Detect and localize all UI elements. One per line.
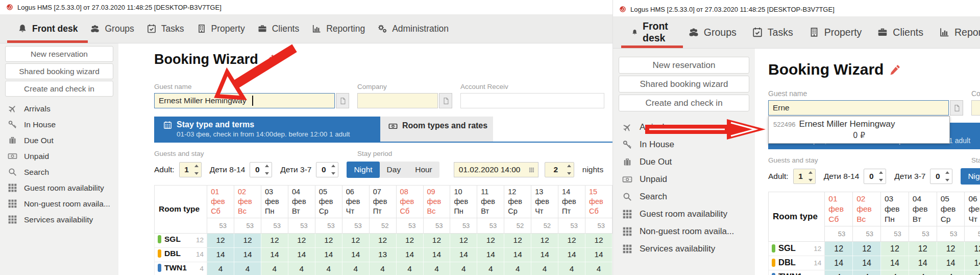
availability-cell[interactable]: 14 (423, 247, 450, 262)
period-option-night[interactable]: Night (961, 168, 980, 185)
availability-cell[interactable]: 12 (909, 242, 937, 256)
room-type-cell[interactable]: TWN14 (155, 262, 207, 275)
availability-cell[interactable]: 4 (369, 262, 396, 275)
availability-cell[interactable]: 14 (853, 256, 881, 270)
nav-item-front-desk[interactable]: Front desk (631, 16, 673, 48)
availability-cell[interactable]: 12 (531, 233, 558, 247)
nav-item-property[interactable]: Property (197, 14, 245, 43)
availability-cell[interactable]: 4 (585, 262, 612, 275)
availability-cell[interactable]: 14 (396, 247, 423, 262)
availability-cell[interactable]: 12 (881, 242, 909, 256)
adult-count-stepper[interactable]: 1 (793, 169, 816, 184)
nav-item-administration[interactable]: Administration (377, 14, 449, 43)
sidebar-item-services-availability[interactable]: Services availability (613, 240, 755, 258)
account-receivable-input[interactable] (460, 93, 604, 108)
nav-item-clients[interactable]: Clients (257, 14, 300, 43)
period-option-day[interactable]: Day (380, 162, 408, 178)
room-type-cell[interactable]: SGL12 (769, 242, 825, 256)
availability-cell[interactable]: 14 (234, 247, 261, 262)
nav-item-property[interactable]: Property (808, 16, 862, 48)
availability-cell[interactable]: 13 (369, 247, 396, 262)
children-8-14-stepper[interactable]: 0 (864, 169, 886, 184)
availability-cell[interactable]: 4 (558, 262, 585, 275)
availability-cell[interactable]: 12 (288, 233, 315, 247)
availability-cell[interactable]: 12 (261, 233, 288, 247)
sidebar-item-unpaid[interactable]: Unpaid (0, 148, 118, 164)
availability-cell[interactable]: 4 (342, 262, 369, 275)
guest-name-input[interactable] (154, 93, 335, 108)
stepper-arrows-icon[interactable] (194, 165, 199, 175)
nav-item-front-desk[interactable]: Front desk (17, 14, 78, 43)
stepper-arrows-icon[interactable] (567, 165, 572, 175)
suggestion-item[interactable]: 522496 Ernest Miller Hemingway (773, 119, 945, 129)
room-type-cell[interactable]: SGL12 (155, 233, 207, 247)
nights-count-stepper[interactable]: 2 (545, 162, 574, 177)
sidebar-item-services-availability[interactable]: Services availability (0, 212, 118, 227)
guest-profile-button[interactable] (336, 93, 349, 108)
availability-cell[interactable]: 14 (937, 256, 965, 270)
period-option-night[interactable]: Night (347, 162, 379, 178)
nav-item-reporting[interactable]: Reporting (939, 16, 980, 48)
room-type-cell[interactable]: DBL14 (155, 247, 207, 262)
availability-cell[interactable]: 4 (825, 270, 853, 275)
availability-cell[interactable]: 14 (881, 256, 909, 270)
availability-cell[interactable]: 12 (558, 233, 585, 247)
availability-cell[interactable]: 4 (853, 270, 881, 275)
availability-cell[interactable]: 12 (423, 233, 450, 247)
nav-item-clients[interactable]: Clients (877, 16, 923, 48)
availability-cell[interactable]: 12 (369, 233, 396, 247)
availability-cell[interactable]: 12 (234, 233, 261, 247)
stepper-arrows-icon[interactable] (808, 171, 813, 181)
sidebar-item-non-guest-room-availa[interactable]: Non-guest room availa... (0, 196, 118, 212)
date-picker-grid-icon[interactable] (529, 167, 534, 173)
availability-cell[interactable]: 12 (937, 242, 965, 256)
sidebar-item-arrivals[interactable]: Arrivals (0, 101, 118, 117)
sidebar-item-in-house[interactable]: In House (0, 117, 118, 132)
sidebar-button-shared-booking-wizard[interactable]: Shared booking wizard (5, 63, 113, 79)
availability-cell[interactable]: 4 (423, 262, 450, 275)
stepper-arrows-icon[interactable] (265, 165, 270, 175)
children-8-14-stepper[interactable]: 0 (250, 162, 272, 177)
guest-name-input[interactable] (768, 100, 949, 116)
availability-cell[interactable]: 14 (531, 247, 558, 262)
sidebar-item-due-out[interactable]: Due Out (613, 153, 755, 171)
availability-cell[interactable]: 14 (825, 256, 853, 270)
tab-stay-type-and-terms[interactable]: Stay type and terms 01-03 фев, check in … (154, 117, 380, 142)
checkin-date-input[interactable]: 01.02.2020 14:00 (454, 162, 538, 177)
availability-cell[interactable]: 12 (477, 233, 504, 247)
sidebar-button-create-and-check-in[interactable]: Create and check in (5, 81, 113, 97)
availability-cell[interactable]: 4 (937, 270, 965, 275)
sidebar-item-arrivals[interactable]: Arrivals (613, 119, 755, 136)
edit-pencil-icon[interactable] (890, 64, 900, 75)
availability-cell[interactable]: 12 (504, 233, 531, 247)
nav-item-tasks[interactable]: Tasks (752, 16, 793, 48)
company-profile-button[interactable] (439, 93, 452, 108)
availability-cell[interactable]: 14 (504, 247, 531, 262)
guest-profile-button[interactable] (950, 100, 963, 116)
company-input[interactable] (971, 100, 980, 116)
nav-item-groups[interactable]: Groups (688, 16, 737, 48)
availability-cell[interactable]: 14 (288, 247, 315, 262)
sidebar-item-non-guest-room-availa[interactable]: Non-guest room availa... (613, 223, 755, 240)
availability-cell[interactable]: 12 (207, 233, 234, 247)
availability-cell[interactable]: 14 (585, 247, 612, 262)
availability-cell[interactable]: 4 (909, 270, 937, 275)
availability-cell[interactable]: 4 (315, 262, 342, 275)
availability-cell[interactable]: 12 (585, 233, 612, 247)
availability-cell[interactable]: 4 (531, 262, 558, 275)
availability-cell[interactable]: 14 (261, 247, 288, 262)
availability-cell[interactable]: 14 (450, 247, 477, 262)
sidebar-item-due-out[interactable]: Due Out (0, 132, 118, 148)
availability-cell[interactable]: 12 (853, 242, 881, 256)
stepper-arrows-icon[interactable] (879, 171, 884, 181)
nav-item-tasks[interactable]: Tasks (146, 14, 184, 43)
availability-cell[interactable]: 4 (234, 262, 261, 275)
sidebar-button-create-and-check-in[interactable]: Create and check in (619, 95, 749, 111)
sidebar-item-search[interactable]: Search (613, 188, 755, 205)
availability-cell[interactable]: 4 (207, 262, 234, 275)
nav-item-reporting[interactable]: Reporting (311, 14, 365, 43)
sidebar-item-guest-room-availability[interactable]: Guest room availability (0, 180, 118, 196)
availability-cell[interactable]: 12 (825, 242, 853, 256)
company-input[interactable] (357, 93, 438, 108)
availability-cell[interactable]: 12 (342, 233, 369, 247)
